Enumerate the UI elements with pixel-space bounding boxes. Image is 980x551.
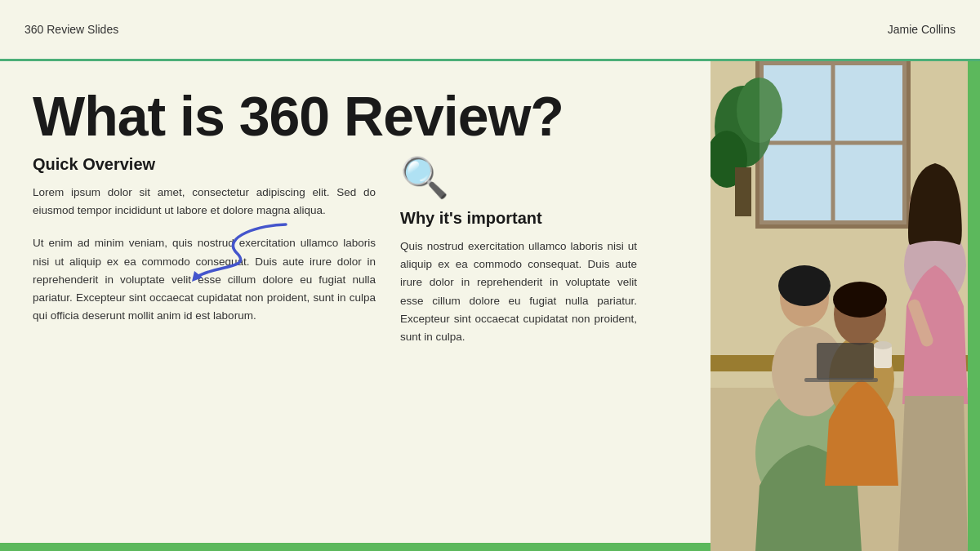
svg-rect-26 bbox=[968, 61, 980, 551]
image-panel bbox=[710, 61, 980, 551]
main-content: What is 360 Review? Quick Overview Lorem… bbox=[0, 61, 980, 551]
svg-rect-23 bbox=[804, 378, 878, 382]
svg-point-15 bbox=[778, 265, 831, 306]
svg-rect-9 bbox=[735, 167, 751, 216]
topbar-user: Jamie Collins bbox=[888, 23, 956, 36]
right-paragraph-1: Quis nostrud exercitation ullamco labori… bbox=[400, 238, 637, 347]
svg-point-18 bbox=[833, 282, 887, 318]
squiggle-decoration bbox=[188, 220, 294, 286]
svg-rect-22 bbox=[817, 343, 874, 380]
quick-overview-heading: Quick Overview bbox=[33, 155, 155, 174]
content-panel: What is 360 Review? Quick Overview Lorem… bbox=[0, 61, 710, 551]
topbar: 360 Review Slides Jamie Collins bbox=[0, 0, 980, 61]
main-heading: What is 360 Review? bbox=[33, 86, 678, 147]
why-important-heading: Why it's important bbox=[400, 209, 637, 228]
svg-marker-0 bbox=[192, 271, 203, 282]
meeting-photo bbox=[710, 61, 980, 551]
svg-rect-27 bbox=[760, 61, 906, 224]
right-column: 🔍 Why it's important Quis nostrud exerci… bbox=[400, 155, 637, 362]
svg-point-25 bbox=[874, 341, 892, 349]
two-column-layout: Quick Overview Lorem ipsum dolor sit ame… bbox=[33, 155, 678, 362]
left-paragraph-1: Lorem ipsum dolor sit amet, consectetur … bbox=[33, 184, 376, 220]
topbar-title: 360 Review Slides bbox=[24, 23, 118, 36]
magnifier-icon: 🔍 bbox=[400, 155, 637, 201]
bottom-green-bar bbox=[0, 543, 710, 551]
